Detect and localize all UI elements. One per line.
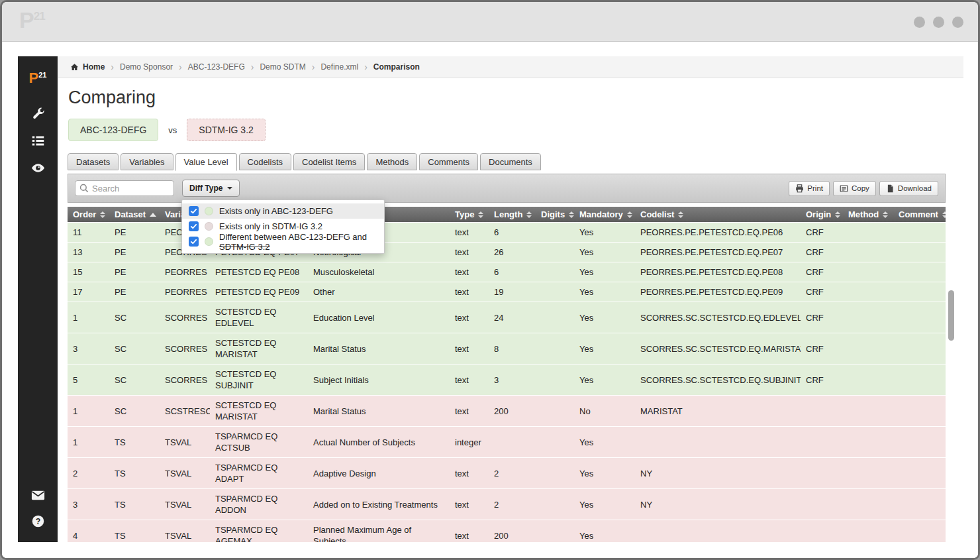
breadcrumb-item-abc-123-defg[interactable]: ABC-123-DEFG [188, 62, 245, 72]
cell-comment [893, 223, 946, 243]
cell-method [843, 520, 893, 543]
cell-where-clause: PETESTCD EQ PE09 [210, 282, 308, 302]
diff-type-option[interactable]: Different between ABC-123-DEFG and SDTM-… [182, 234, 384, 249]
mail-icon[interactable] [30, 487, 46, 503]
tab-codelist-items[interactable]: Codelist Items [293, 153, 365, 170]
window-control-dot[interactable] [952, 17, 963, 28]
wrench-icon[interactable] [30, 105, 46, 121]
print-button[interactable]: Print [789, 181, 830, 196]
column-label: Type [455, 209, 474, 219]
cell-description: Marital Status [308, 396, 450, 427]
column-header-method[interactable]: Method [843, 207, 893, 223]
column-header-order[interactable]: Order [68, 207, 109, 223]
column-header-digits[interactable]: Digits [536, 207, 574, 223]
cell-description: Education Level [308, 302, 450, 333]
column-header-codelist[interactable]: Codelist [635, 207, 801, 223]
tab-comments[interactable]: Comments [419, 153, 478, 170]
vertical-scrollbar-thumb[interactable] [948, 290, 954, 341]
table-row[interactable]: 1SCSCSTRESCSCTESTCD EQMARISTATMarital St… [68, 396, 946, 427]
cell-origin: CRF [801, 282, 843, 302]
table-row[interactable]: 5SCSCORRESSCTESTCD EQSUBJINITSubject Ini… [68, 364, 946, 396]
cell-mandatory: Yes [574, 262, 635, 282]
cell-variable: TSVAL [160, 520, 210, 543]
column-header-comment[interactable]: Comment [893, 207, 946, 223]
breadcrumb-item-home[interactable]: Home [83, 62, 105, 72]
cell-where-clause: TSPARMCD EQ ADAPT [210, 458, 308, 489]
column-header-length[interactable]: Length [489, 207, 536, 223]
cell-comment [893, 282, 946, 302]
cell-digits [536, 489, 574, 520]
search-input[interactable] [75, 180, 174, 196]
table-row[interactable]: 3SCSCORRESSCTESTCD EQMARISTATMarital Sta… [68, 333, 946, 364]
column-header-type[interactable]: Type [450, 207, 489, 223]
window-control-dot[interactable] [914, 17, 925, 28]
cell-variable: SCORRES [160, 333, 210, 364]
checkbox-checked-icon[interactable] [189, 221, 199, 231]
cell-dataset: TS [109, 520, 160, 543]
cell-type: text [450, 520, 489, 543]
sidebar-footer: ? [30, 487, 46, 529]
cell-variable: TSVAL [160, 458, 210, 489]
breadcrumb: Home›Demo Sponsor›ABC-123-DEFG›Demo SDTM… [58, 56, 963, 78]
cell-codelist: SCORRES.SC.SCTESTCD.EQ.EDLEVEL [635, 302, 801, 333]
table-row[interactable]: 17PEPEORRESPETESTCD EQ PE09Othertext19Ye… [68, 282, 946, 302]
cell-method [843, 302, 893, 333]
cell-comment [893, 243, 946, 262]
list-icon[interactable] [30, 133, 46, 148]
cell-digits [536, 364, 574, 396]
sort-icon [627, 211, 632, 218]
breadcrumb-separator-icon: › [364, 62, 368, 72]
help-icon[interactable]: ? [30, 513, 46, 529]
table-row[interactable]: 4TSTSVALTSPARMCD EQAGEMAXPlanned Maximum… [68, 520, 946, 543]
cell-length: 2 [489, 458, 536, 489]
tab-methods[interactable]: Methods [367, 153, 417, 170]
table-row[interactable]: 1TSTSVALTSPARMCD EQACTSUBActual Number o… [68, 427, 946, 458]
search-icon [79, 184, 89, 193]
column-header-mandatory[interactable]: Mandatory [574, 207, 635, 223]
print-icon [795, 184, 804, 193]
caret-down-icon [227, 187, 232, 190]
column-header-origin[interactable]: Origin [801, 207, 843, 223]
tab-documents[interactable]: Documents [480, 153, 541, 170]
tab-value-level[interactable]: Value Level [175, 153, 237, 171]
table-row[interactable]: 15PEPEORRESPETESTCD EQ PE08Musculoskelet… [68, 262, 946, 282]
chrome-watermark-logo: P21 [19, 7, 45, 33]
cell-digits [536, 396, 574, 427]
cell-codelist [635, 427, 801, 458]
diff-color-swatch [205, 237, 213, 246]
cell-where-clause: SCTESTCD EQMARISTAT [210, 396, 308, 427]
cell-dataset: TS [109, 489, 160, 520]
tab-variables[interactable]: Variables [121, 153, 173, 170]
cell-dataset: PE [109, 262, 160, 282]
column-header-dataset[interactable]: Dataset [109, 207, 160, 223]
table-row[interactable]: 3TSTSVALTSPARMCD EQADDONAdded on to Exis… [68, 489, 946, 520]
diff-type-button[interactable]: Diff Type [182, 180, 240, 197]
diff-color-swatch [205, 207, 213, 215]
sort-icon [835, 211, 840, 218]
download-button[interactable]: Download [879, 181, 938, 196]
checkbox-checked-icon[interactable] [189, 206, 199, 216]
table-row[interactable]: 1SCSCORRESSCTESTCD EQEDLEVELEducation Le… [68, 302, 946, 333]
column-label: Origin [806, 209, 831, 219]
tab-datasets[interactable]: Datasets [68, 153, 119, 170]
breadcrumb-item-comparison[interactable]: Comparison [373, 62, 420, 72]
cell-type: text [450, 243, 489, 262]
copy-button[interactable]: Copy [833, 181, 876, 196]
breadcrumb-item-demo-sponsor[interactable]: Demo Sponsor [120, 62, 173, 72]
comparison-row: ABC-123-DEFG vs SDTM-IG 3.2 [68, 119, 963, 141]
window-control-dot[interactable] [933, 17, 944, 28]
cell-length: 8 [489, 333, 536, 364]
diff-type-option[interactable]: Exists only in ABC-123-DEFG [182, 203, 384, 219]
cell-description: Subject Initials [308, 364, 450, 396]
table-row[interactable]: 2TSTSVALTSPARMCD EQ ADAPTAdaptive Design… [68, 458, 946, 489]
tab-codelists[interactable]: Codelists [239, 153, 291, 170]
breadcrumb-item-demo-sdtm[interactable]: Demo SDTM [260, 62, 305, 72]
cell-mandatory: Yes [574, 458, 635, 489]
cell-type: integer [450, 427, 489, 458]
breadcrumb-item-define-xml[interactable]: Define.xml [320, 62, 358, 72]
eye-icon[interactable] [30, 160, 46, 176]
cell-codelist: SCORRES.SC.SCTESTCD.EQ.MARISTAT [635, 333, 801, 364]
checkbox-checked-icon[interactable] [189, 237, 199, 247]
page-title: Comparing [68, 87, 963, 108]
column-label: Method [848, 209, 879, 219]
